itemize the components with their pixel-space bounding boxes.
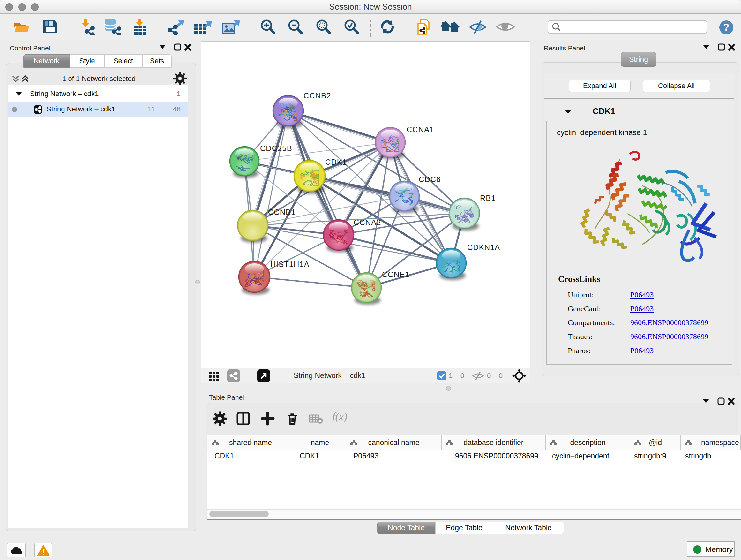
svg-text:CDK1: CDK1 <box>325 158 347 166</box>
svg-text:CCNB2: CCNB2 <box>304 91 331 100</box>
svg-text:CCNA2: CCNA2 <box>354 218 381 227</box>
svg-text:CDKN1A: CDKN1A <box>467 243 500 252</box>
svg-text:CCNA1: CCNA1 <box>407 125 434 134</box>
svg-text:CCNB1: CCNB1 <box>268 208 295 216</box>
svg-text:CCNE1: CCNE1 <box>382 270 409 279</box>
svg-text:HIST1H1A: HIST1H1A <box>270 260 310 268</box>
svg-text:RB1: RB1 <box>480 194 496 202</box>
svg-text:CDC6: CDC6 <box>419 175 441 184</box>
svg-text:CDC25B: CDC25B <box>260 144 292 152</box>
